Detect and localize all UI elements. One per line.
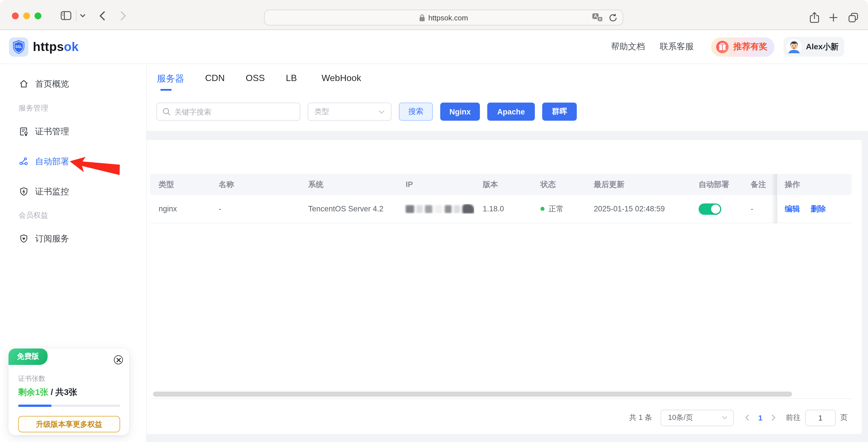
fixed-column-divider (777, 174, 777, 223)
plan-card-close-button[interactable] (114, 355, 123, 365)
search-button[interactable]: 搜索 (399, 102, 433, 121)
nginx-button[interactable]: Nginx (440, 102, 480, 121)
app-body: 首页概览 服务管理 证书管理 自动部署 (0, 64, 868, 442)
upgrade-plan-button[interactable]: 升级版本享更多权益 (18, 416, 120, 432)
cell-system: TencentOS Server 4.2 (300, 204, 397, 213)
chrome-divider (76, 10, 76, 21)
cert-progress-fill (18, 405, 52, 407)
user-name: Alex小新 (806, 42, 839, 52)
translate-icon[interactable]: A (592, 13, 603, 22)
minimize-window-button[interactable] (23, 12, 30, 19)
deploy-type-tabs: 服务器 CDN OSS LB WebHook (157, 73, 868, 91)
user-menu[interactable]: Alex小新 (784, 37, 844, 57)
auto-deploy-toggle[interactable] (699, 203, 721, 215)
chevron-down-icon (378, 109, 385, 114)
cell-actions: 编辑 删除 (777, 204, 851, 214)
cert-count-label: 证书张数 (18, 374, 120, 384)
browser-chrome: httpsok.com A (0, 0, 868, 30)
cell-version: 1.18.0 (474, 204, 532, 213)
goto-page-input[interactable] (805, 409, 836, 426)
shield-bolt-icon (19, 186, 29, 197)
cell-auto-deploy (690, 203, 742, 215)
deploy-nodes-icon (19, 156, 29, 167)
col-ip: IP (397, 180, 474, 189)
keyword-search-field[interactable] (156, 102, 300, 121)
address-bar[interactable]: httpsok.com A (264, 10, 623, 26)
zoom-window-button[interactable] (35, 12, 41, 19)
httpsok-logo[interactable]: SSL (9, 37, 28, 56)
next-page-button[interactable] (771, 414, 776, 421)
referral-reward-button[interactable]: 推荐有奖 (711, 37, 775, 56)
col-auto-deploy: 自动部署 (690, 179, 742, 190)
pagination-total: 共 1 条 (629, 413, 652, 423)
sidebar-item-subscription[interactable]: 订阅服务 (0, 232, 146, 245)
tab-oss[interactable]: OSS (246, 73, 265, 91)
table-bottom-border (150, 398, 851, 399)
sidebar-item-auto-deploy[interactable]: 自动部署 (0, 155, 146, 168)
edit-link[interactable]: 编辑 (785, 204, 800, 213)
col-status: 状态 (532, 179, 585, 190)
traffic-lights (12, 12, 41, 19)
horizontal-scrollbar[interactable] (153, 391, 792, 397)
nav-contact-support[interactable]: 联系客服 (660, 41, 694, 52)
page-size-select[interactable]: 10条/页 (661, 409, 734, 426)
app-header: SSL httpsok 帮助文档 联系客服 推荐有奖 (0, 30, 868, 64)
type-select[interactable]: 类型 (308, 102, 392, 121)
synology-button[interactable]: 群晖 (542, 102, 577, 121)
col-actions: 操作 (777, 179, 851, 190)
tab-webhook[interactable]: WebHook (321, 73, 361, 91)
plan-badge-free: 免费版 (8, 348, 48, 365)
tab-lb[interactable]: LB (286, 73, 301, 91)
url-text: httpsok.com (428, 13, 468, 22)
nav-help-docs[interactable]: 帮助文档 (611, 41, 645, 52)
col-system: 系统 (300, 179, 397, 190)
tab-overview-icon[interactable] (847, 12, 859, 23)
apache-button[interactable]: Apache (487, 102, 535, 121)
sidebar-toggle-icon[interactable] (61, 11, 71, 21)
col-name: 名称 (210, 179, 300, 190)
back-button[interactable] (99, 10, 105, 21)
safari-window: httpsok.com A (0, 0, 868, 442)
goto-page-label: 前往 (786, 413, 801, 423)
certificate-icon (19, 126, 29, 136)
home-icon (19, 79, 29, 89)
cell-type: nginx (150, 204, 210, 213)
gift-icon (716, 40, 729, 53)
col-type: 类型 (150, 179, 210, 190)
sidebar-item-home-overview[interactable]: 首页概览 (0, 77, 146, 91)
cell-status: 正常 (532, 204, 585, 214)
cell-ip (397, 204, 474, 214)
reload-icon[interactable] (609, 13, 617, 22)
sidebar-item-cert-monitoring[interactable]: 证书监控 (0, 185, 146, 198)
tls-lock-icon (419, 14, 425, 21)
delete-link[interactable]: 删除 (811, 204, 826, 213)
cert-count-value: 剩余1张 / 共3张 (18, 387, 120, 398)
keyword-search-input[interactable] (175, 107, 294, 116)
chevron-down-icon (722, 416, 727, 419)
cell-last-updated: 2025-01-15 02:48:59 (585, 204, 690, 213)
plan-card: 免费版 证书张数 剩余1张 / 共3张 升级版本享更多权益 (8, 348, 129, 435)
status-ok-dot (540, 207, 545, 211)
svg-text:A: A (594, 13, 597, 19)
sidebar-section-membership: 会员权益 (0, 210, 146, 220)
ip-redacted-blur (406, 204, 474, 214)
forward-button[interactable] (120, 10, 126, 21)
sidebar-section-service-management: 服务管理 (0, 103, 146, 113)
cert-progress-track (18, 405, 120, 407)
brand-wordmark: httpsok (33, 39, 79, 54)
new-tab-icon[interactable] (829, 13, 838, 22)
tab-cdn[interactable]: CDN (205, 73, 225, 91)
table-header-row: 类型 名称 系统 IP 版本 状态 最后更新 自动部署 备注 操作 (150, 174, 851, 195)
sidebar-chevron-down-icon[interactable] (80, 13, 86, 18)
tab-server[interactable]: 服务器 (157, 73, 184, 91)
fixed-column-shadow (771, 174, 777, 223)
referral-reward-label: 推荐有奖 (734, 41, 768, 52)
main-content: 服务器 CDN OSS LB WebHook 类型 (147, 64, 868, 442)
col-version: 版本 (474, 179, 532, 190)
prev-page-button[interactable] (745, 414, 750, 421)
current-page[interactable]: 1 (756, 413, 764, 422)
sidebar-item-cert-management[interactable]: 证书管理 (0, 125, 146, 138)
close-window-button[interactable] (12, 12, 19, 19)
share-icon[interactable] (810, 12, 819, 23)
deploy-toolbar-section: 服务器 CDN OSS LB WebHook 类型 (147, 64, 868, 131)
